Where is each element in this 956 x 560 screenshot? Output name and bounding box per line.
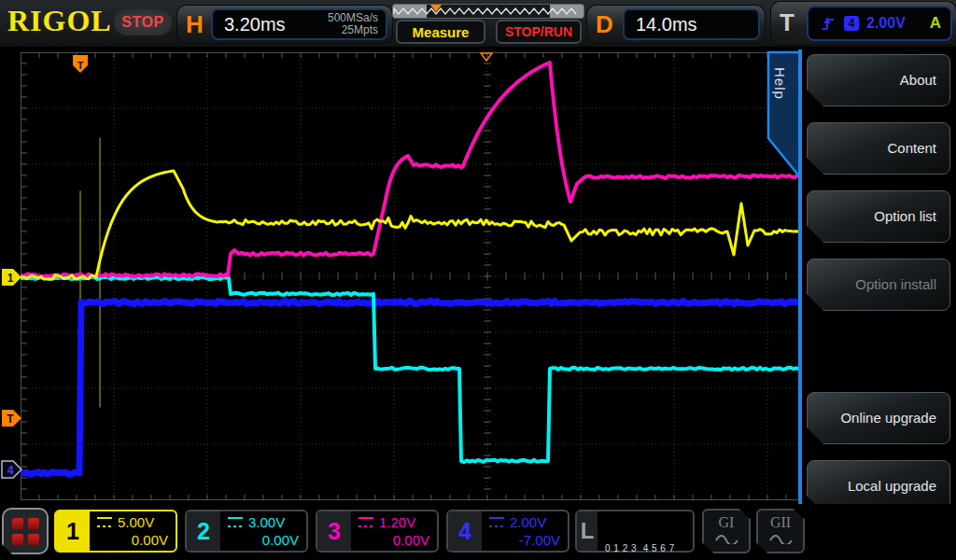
memory-trigger-marker-icon (430, 5, 442, 12)
timebase-value: 3.20ms (224, 14, 286, 35)
horizontal-timebase-box[interactable]: H 3.20ms 500MSa/s 25Mpts (177, 6, 392, 43)
channel4-number: 4 (448, 511, 482, 551)
channel3-number: 3 (317, 511, 351, 551)
top-status-bar: RIGOL STOP H 3.20ms 500MSa/s 25Mpts Meas… (0, 0, 956, 47)
t-label: T (780, 8, 794, 37)
d-label: D (596, 10, 613, 39)
svg-text:T: T (7, 413, 14, 426)
trigger-level-value: 2.00V (866, 15, 906, 32)
channel1-scale: 5.00V (118, 514, 154, 530)
dc-coupling-icon (358, 517, 373, 527)
delay-box[interactable]: D 14.0ms (587, 6, 765, 43)
svg-text:1: 1 (7, 272, 14, 285)
channel3-values: 1.20V 0.00V (351, 511, 437, 551)
channel4-scale: 2.00V (510, 514, 546, 530)
dc-coupling-icon (489, 517, 504, 527)
trace-ch3-magenta (21, 63, 798, 277)
trace-ch1-yellow (21, 171, 798, 279)
trigger-box[interactable]: T 4 2.00V A (771, 2, 956, 45)
sine-icon (767, 533, 794, 544)
menu-button-about[interactable]: About (807, 54, 950, 106)
menu-button-option-install[interactable]: Option install (807, 259, 950, 311)
rigol-logo: RIGOL (7, 4, 112, 38)
generator2-label: GII (758, 514, 803, 531)
h-label: H (186, 10, 204, 39)
channel1-number: 1 (56, 511, 90, 551)
channel1-offset: 0.00V (97, 532, 168, 548)
channel2-scale: 3.00V (248, 514, 285, 530)
edge-trigger-icon (820, 15, 836, 32)
delay-value: 14.0ms (636, 14, 697, 35)
dc-coupling-icon (97, 517, 112, 527)
generator1-label: GI (704, 514, 749, 531)
trigger-mode-indicator: A (930, 14, 941, 33)
logic-row-1: 0 1 2 3 4 5 6 7 (605, 542, 693, 554)
logic-channel-list: 0 1 2 3 4 5 6 7 8 9 1011 12131415 (598, 511, 693, 551)
run-state-badge: STOP (114, 9, 172, 35)
channel2-status-box[interactable]: 2 3.00V 0.00V (185, 510, 308, 553)
svg-text:4: 4 (7, 464, 14, 477)
channel3-offset: 0.00V (358, 532, 429, 548)
generator1-button[interactable]: GI (702, 509, 751, 553)
generator2-button[interactable]: GII (756, 509, 805, 553)
memory-depth: 25Mpts (328, 24, 378, 36)
channel2-number: 2 (187, 511, 220, 551)
timebase-inner: 3.20ms 500MSa/s 25Mpts (211, 8, 387, 40)
memory-waveform-icon (393, 6, 582, 17)
memory-position-bar[interactable] (392, 4, 584, 19)
trace-ch4-blue (21, 301, 798, 475)
channel3-status-box[interactable]: 3 1.20V 0.00V (316, 510, 439, 553)
oscilloscope-screen: T1T4 RIGOL STOP H 3.20ms 500MSa/s 25Mpts… (0, 0, 956, 560)
trigger-inner: 4 2.00V A (807, 6, 952, 41)
channel1-values: 5.00V 0.00V (90, 511, 176, 551)
bottom-status-bar: 1 5.00V 0.00V 2 3.00V 0.00V 3 1.20V 0.00… (0, 504, 956, 560)
delay-inner: 14.0ms (623, 8, 760, 40)
logic-label: L (577, 511, 598, 551)
channel3-scale: 1.20V (379, 514, 415, 530)
dc-coupling-icon (228, 517, 243, 527)
channel4-values: 2.00V -7.00V (482, 511, 568, 551)
sine-icon (713, 533, 739, 544)
menu-button-content[interactable]: Content (807, 122, 950, 175)
channel1-status-box[interactable]: 1 5.00V 0.00V (54, 510, 177, 553)
stop-run-button[interactable]: STOP/RUN (496, 20, 582, 44)
channel2-offset: 0.00V (228, 532, 299, 548)
menu-button-option-list[interactable]: Option list (807, 190, 950, 243)
channel2-values: 3.00V 0.00V (220, 511, 306, 551)
channel4-status-box[interactable]: 4 2.00V -7.00V (446, 510, 569, 553)
grid-icon (12, 518, 39, 545)
logic-analyzer-box[interactable]: L 0 1 2 3 4 5 6 7 8 9 1011 12131415 (575, 510, 695, 553)
trigger-source-badge: 4 (844, 16, 859, 31)
channel4-offset: -7.00V (489, 532, 560, 548)
acquisition-info: 500MSa/s 25Mpts (328, 12, 378, 36)
svg-text:T: T (77, 60, 84, 71)
measure-button[interactable]: Measure (396, 20, 485, 44)
menu-grid-button[interactable] (2, 508, 49, 554)
help-tab-label[interactable]: Help (772, 67, 788, 100)
menu-button-online-upgrade[interactable]: Online upgrade (807, 392, 950, 444)
